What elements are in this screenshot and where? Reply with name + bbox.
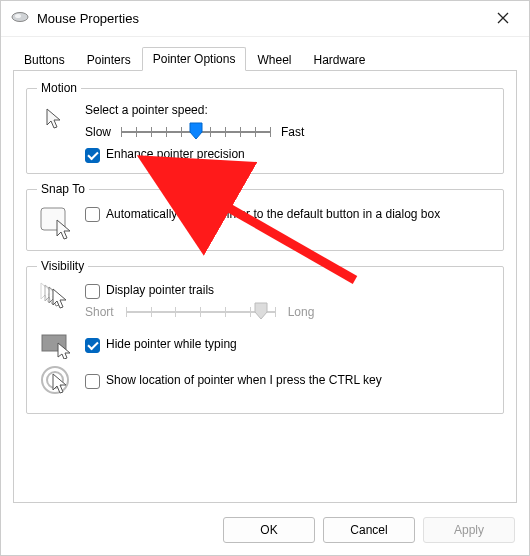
close-button[interactable] [487,7,519,31]
snap-to-legend: Snap To [37,182,89,196]
ctrl-locate-icon [37,365,77,399]
hide-typing-label[interactable]: Hide pointer while typing [106,337,237,351]
enhance-precision-checkbox[interactable] [85,148,100,163]
window-title: Mouse Properties [37,11,487,26]
pointer-speed-slider[interactable] [121,123,271,141]
trails-slider-thumb [254,302,268,320]
tab-pointers[interactable]: Pointers [76,48,142,71]
select-speed-label: Select a pointer speed: [85,103,493,117]
ctrl-locate-checkbox[interactable] [85,374,100,389]
dialog-buttons: OK Cancel Apply [1,507,529,555]
speed-slider-thumb[interactable] [189,122,203,140]
titlebar: Mouse Properties [1,1,529,37]
slow-label: Slow [85,125,111,139]
snap-to-icon [37,204,77,240]
tabstrip: Buttons Pointers Pointer Options Wheel H… [13,45,517,71]
pointer-trails-label[interactable]: Display pointer trails [106,283,214,297]
ctrl-locate-label[interactable]: Show location of pointer when I press th… [106,373,382,387]
pointer-trails-icon [37,281,77,313]
app-icon [11,11,29,26]
visibility-group: Visibility Display pointer tr [26,259,504,414]
hide-typing-checkbox[interactable] [85,338,100,353]
trails-long-label: Long [288,305,315,319]
fast-label: Fast [281,125,304,139]
motion-icon [37,103,77,135]
tab-panel: Motion Select a pointer speed: Slow [13,71,517,503]
mouse-properties-window: Mouse Properties Buttons Pointers Pointe… [0,0,530,556]
snap-to-group: Snap To Automatically move pointer to th… [26,182,504,251]
trails-slider [126,303,276,321]
apply-button: Apply [423,517,515,543]
auto-move-label[interactable]: Automatically move pointer to the defaul… [106,206,440,222]
svg-point-1 [15,14,21,18]
tab-buttons[interactable]: Buttons [13,48,76,71]
pointer-trails-checkbox[interactable] [85,284,100,299]
hide-typing-icon [37,331,77,359]
ok-button[interactable]: OK [223,517,315,543]
enhance-precision-label[interactable]: Enhance pointer precision [106,147,245,161]
trails-short-label: Short [85,305,114,319]
tab-wheel[interactable]: Wheel [246,48,302,71]
auto-move-checkbox[interactable] [85,207,100,222]
cancel-button[interactable]: Cancel [323,517,415,543]
content-area: Buttons Pointers Pointer Options Wheel H… [1,37,529,507]
visibility-legend: Visibility [37,259,88,273]
tab-pointer-options[interactable]: Pointer Options [142,47,247,71]
motion-group: Motion Select a pointer speed: Slow [26,81,504,174]
tab-hardware[interactable]: Hardware [302,48,376,71]
motion-legend: Motion [37,81,81,95]
